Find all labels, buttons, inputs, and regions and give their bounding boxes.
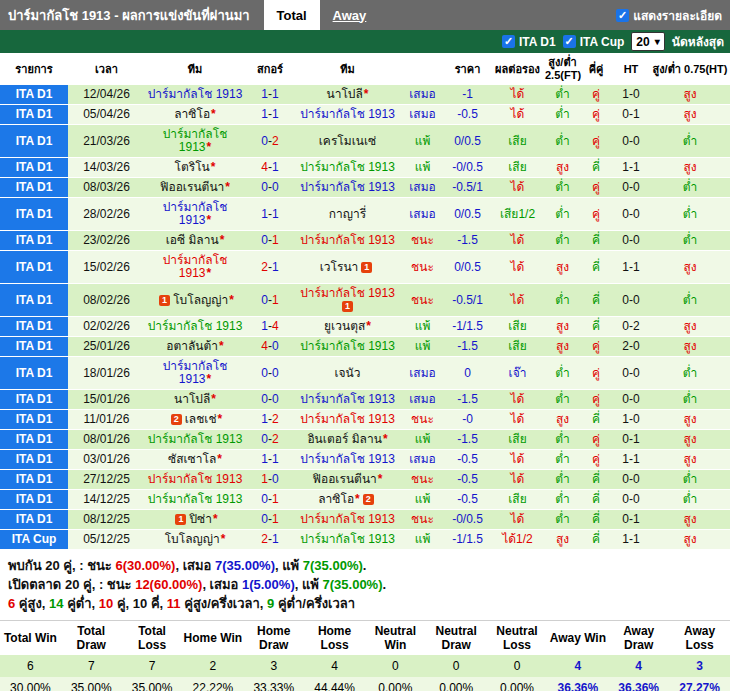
match-date: 14/03/26 <box>68 158 145 178</box>
odd-even-cell: คู่ <box>580 430 612 450</box>
handicap-result-cell: เสีย1/2 <box>490 198 545 231</box>
stats-column-header: Home Win <box>182 621 243 656</box>
team-name: ปาร์มากัลโช 1913 <box>300 160 395 174</box>
score-cell: 2-1 <box>245 251 295 284</box>
summary-segment: พบกัน <box>8 558 45 573</box>
match-date: 08/02/26 <box>68 284 145 317</box>
stats-counts-row: 677234000443 <box>0 655 730 677</box>
ht-score-cell: 0-0 <box>612 470 650 490</box>
ht-score-cell: 1-1 <box>612 158 650 178</box>
away-goals: 1 <box>272 492 279 506</box>
stats-count-value: 2 <box>182 655 243 677</box>
away-goals: 0 <box>272 472 279 486</box>
odd-even-cell: คี่ <box>580 251 612 284</box>
home-team-cell: 1ปิซ่า* <box>145 510 245 530</box>
stats-percent-value: 27.27% <box>669 677 730 691</box>
match-row: ITA D123/02/26เอซี มิลาน*0-1ปาร์มากัลโช … <box>0 231 730 251</box>
team-name: นาโปลี <box>174 392 210 406</box>
home-goals: 1 <box>261 412 268 426</box>
favorite-star-icon: * <box>211 107 216 121</box>
stats-table: Total WinTotal DrawTotal LossHome WinHom… <box>0 620 730 691</box>
over-under-25-cell: ต่ำ <box>545 357 580 390</box>
match-date: 05/04/26 <box>68 105 145 125</box>
over-under-25-cell: ต่ำ <box>545 231 580 251</box>
over-under-075-ht-cell: ต่ำ <box>650 231 730 251</box>
stats-column-header: Neutral Draw <box>426 621 487 656</box>
result-cell: เสมอ <box>400 450 445 470</box>
stats-count-value: 7 <box>61 655 122 677</box>
home-team-cell: ปาร์มากัลโช 1913* <box>145 251 245 284</box>
team-name: ปาร์มากัลโช 1913 <box>300 412 395 426</box>
away-goals: 1 <box>272 207 279 221</box>
column-header: HT <box>612 53 650 85</box>
team-name: ฟิออเรนตีนา <box>312 472 376 486</box>
ht-score-cell: 0-1 <box>612 510 650 530</box>
away-goals: 1 <box>272 260 279 274</box>
over-under-25-cell: ต่ำ <box>545 470 580 490</box>
filter-ita-cup[interactable]: ✓ ITA Cup <box>563 35 625 49</box>
over-under-075-ht-cell: สูง <box>650 105 730 125</box>
over-under-075-ht-cell: ต่ำ <box>650 178 730 198</box>
home-team-cell: 2เลชเช่* <box>145 410 245 430</box>
away-team-cell: ปาร์มากัลโช 1913 <box>295 510 400 530</box>
team-name: ปาร์มากัลโช 1913 <box>300 180 395 194</box>
stats-count-value: 4 <box>547 655 608 677</box>
column-header: เวลา <box>68 53 145 85</box>
league-badge: ITA D1 <box>0 105 68 125</box>
title-bar: ปาร์มากัลโช 1913 - ผลการแข่งขันที่ผ่านมา… <box>0 0 730 30</box>
match-row: ITA D103/01/26ซัสเซาโล*1-1ปาร์มากัลโช 19… <box>0 450 730 470</box>
team-name: ปาร์มากัลโช 1913 <box>300 512 395 526</box>
filter-ita-d1[interactable]: ✓ ITA D1 <box>502 35 556 49</box>
ht-score-cell: 0-1 <box>612 430 650 450</box>
score-cell: 0-1 <box>245 490 295 510</box>
red-card-icon: 1 <box>361 262 372 273</box>
result-label: ชนะ <box>411 513 434 526</box>
team-name: เจนัว <box>334 366 360 380</box>
result-label: เสมอ <box>409 108 436 121</box>
match-date: 14/12/25 <box>68 490 145 510</box>
show-details-toggle[interactable]: ✓ แสดงรายละเอียด <box>616 0 730 30</box>
over-under-075-ht-cell: ต่ำ <box>650 490 730 510</box>
score-cell: 4-0 <box>245 337 295 357</box>
summary-segment: . <box>363 558 367 573</box>
team-name: เอซี มิลาน <box>166 233 219 247</box>
handicap-result-cell: ได้1/2 <box>490 530 545 550</box>
odd-even-cell: คี่ <box>580 158 612 178</box>
odd-even-cell: คู่ <box>580 125 612 158</box>
tab-total[interactable]: Total <box>264 0 320 30</box>
recent-count-select[interactable]: 20 ▾ <box>631 32 664 51</box>
team-name: เลชเช่ <box>185 412 217 426</box>
match-row: ITA D115/01/26นาโปลี*0-0ปาร์มากัลโช 1913… <box>0 390 730 410</box>
tab-away[interactable]: Away <box>320 0 380 30</box>
home-goals: 1 <box>261 472 268 486</box>
checkbox-checked-icon[interactable]: ✓ <box>563 35 576 48</box>
checkbox-checked-icon[interactable]: ✓ <box>616 9 629 22</box>
league-badge: ITA D1 <box>0 251 68 284</box>
away-team-cell: ปาร์มากัลโช 1913 <box>295 158 400 178</box>
stats-column-header: Away Draw <box>608 621 669 656</box>
handicap-odds-cell: -1/1.5 <box>445 317 490 337</box>
stats-percent-value: 33.33% <box>243 677 304 691</box>
away-goals: 2 <box>272 432 279 446</box>
league-badge: ITA D1 <box>0 231 68 251</box>
ht-score-cell: 0-1 <box>612 105 650 125</box>
summary-segment: 11 <box>167 596 181 611</box>
result-cell: เสมอ <box>400 357 445 390</box>
column-header: ทีม <box>295 53 400 85</box>
checkbox-checked-icon[interactable]: ✓ <box>502 35 515 48</box>
summary-segment: 10 <box>99 596 113 611</box>
home-team-cell: โตริโน* <box>145 158 245 178</box>
handicap-odds-cell: -0.5/1 <box>445 178 490 198</box>
away-goals: 1 <box>272 87 279 101</box>
away-goals: 0 <box>272 392 279 406</box>
summary-segment: 10 <box>133 596 147 611</box>
away-team-cell: ปาร์มากัลโช 1913 <box>295 178 400 198</box>
match-date: 08/12/25 <box>68 510 145 530</box>
result-label: แพ้ <box>415 533 431 546</box>
score-cell: 0-1 <box>245 284 295 317</box>
home-goals: 0 <box>261 233 268 247</box>
ht-score-cell: 0-0 <box>612 390 650 410</box>
favorite-star-icon: * <box>366 319 371 333</box>
ht-score-cell: 0-0 <box>612 178 650 198</box>
over-under-075-ht-cell: ต่ำ <box>650 470 730 490</box>
